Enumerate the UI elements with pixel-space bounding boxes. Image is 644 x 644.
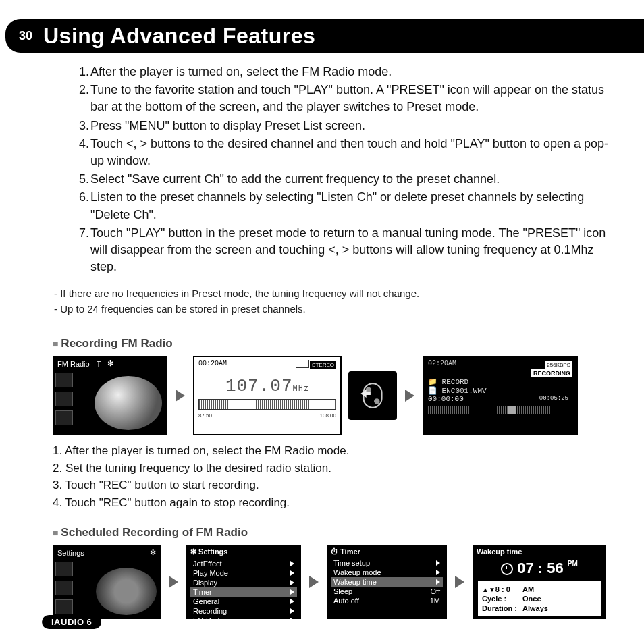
menu-item-label: General	[193, 597, 219, 606]
arrow-icon	[455, 576, 464, 588]
camera-icon	[55, 392, 73, 406]
menu-item-label: Wakeup mode	[333, 568, 381, 576]
headphone-icon	[55, 410, 73, 425]
satellite-dish-illustration	[95, 376, 162, 430]
camera-icon	[55, 581, 73, 595]
wakeup-time-display: 07 : 56 PM	[474, 557, 605, 580]
clock-time: 00:20AM	[198, 360, 227, 367]
chevron-right-icon	[290, 561, 294, 566]
preset-step-text: Touch "PLAY" button in the preset mode t…	[90, 225, 610, 276]
menu-header: Settings	[198, 547, 227, 556]
scale-high: 108.00	[320, 412, 336, 419]
rec-step-text: 4. Touch "REC" button again to stop reco…	[53, 494, 612, 512]
record-elapsed: 00:00:00	[428, 395, 464, 403]
menu-item-label: FM Radio	[193, 616, 225, 624]
menu-item-label: Play Mode	[193, 569, 228, 577]
screenshot-fm-home: FM Radio T ✻	[53, 356, 167, 435]
screenshot-wakeup-time: Wakeup time 07 : 56 PM ▲▼8 : 0AM Cycle :…	[473, 545, 606, 619]
wakeup-settings-box: ▲▼8 : 0AM Cycle :Once Duration :Always	[478, 581, 601, 616]
gear-icon: ✻	[150, 548, 156, 557]
header-bar: 30 Using Advanced Features	[5, 19, 644, 53]
wake-row-key: Duration :	[482, 604, 522, 612]
menu-item-label: Timer	[193, 588, 212, 596]
text-icon: T	[97, 360, 101, 368]
section-recording: Recording FM Radio FM Radio T ✻ 00:20AM	[0, 337, 644, 619]
mic-icon	[55, 562, 73, 576]
page-number: 30	[12, 22, 39, 49]
gear-illustration	[96, 568, 157, 615]
main-content: 1.After the player is turned on, select …	[0, 53, 644, 322]
menu-item-label: Auto off	[333, 597, 359, 605]
recording-steps: 1. After the player is turned on, select…	[53, 442, 612, 511]
preset-step-text: Touch <, > buttons to the desired channe…	[90, 136, 610, 169]
headphone-icon	[55, 599, 73, 614]
timer-icon: ⏱	[331, 547, 338, 556]
menu-item-value: Off	[431, 587, 440, 595]
chevron-right-icon	[436, 579, 440, 585]
chevron-right-icon	[436, 560, 440, 566]
preset-step-text: Select "Save current Ch" to add the curr…	[90, 171, 610, 188]
record-progress	[428, 406, 572, 414]
record-total: 00:05:25	[539, 395, 568, 402]
preset-step-text: Tune to the favorite station and touch "…	[90, 82, 610, 115]
frequency-unit: MHz	[293, 384, 310, 394]
rec-step-text: 1. After the player is turned on, select…	[53, 442, 612, 460]
svg-point-1	[366, 387, 371, 393]
touch-gesture-icon	[348, 371, 397, 420]
page-title: Using Advanced Features	[43, 24, 315, 49]
screenshot-fm-recording: 02:20AM 256KBPS RECORDING 📁 RECORD 📄 ENC…	[423, 356, 578, 435]
record-file: 📄 ENC001.WMV	[428, 386, 572, 395]
frequency-scale	[198, 399, 336, 410]
bitrate-badge: 256KBPS	[545, 361, 572, 369]
frequency-value: 107.07	[225, 376, 293, 396]
section-title-recording: Recording FM Radio	[53, 337, 612, 350]
menu-item-label: Display	[193, 579, 217, 587]
scale-low: 87.50	[198, 412, 212, 419]
arrow-icon	[309, 576, 319, 588]
notes: - If there are no frequencies in Preset …	[47, 281, 610, 322]
arrow-icon	[176, 390, 185, 402]
chevron-right-icon	[290, 580, 294, 585]
gear-icon: ✻	[107, 359, 113, 368]
preset-step-text: Press "MENU" button to display Preset Li…	[90, 117, 610, 134]
svg-point-2	[374, 398, 379, 404]
preset-step-text: Listen to the preset channels by selecti…	[90, 189, 610, 223]
fm-radio-label: FM Radio	[57, 360, 90, 368]
screenshot-timer-menu: ⏱ Timer Time setup Wakeup mode Wakeup ti…	[327, 545, 447, 619]
rec-step-text: 2. Set the tuning frequency to the desir…	[53, 460, 612, 477]
clock-icon	[501, 563, 513, 575]
arrow-icon	[169, 576, 178, 588]
note-line: - If there are no frequencies in Preset …	[54, 286, 603, 302]
mic-icon	[55, 373, 73, 387]
chevron-right-icon	[290, 599, 294, 604]
stereo-badge: STEREO	[310, 361, 336, 369]
wake-row-key: Cycle :	[482, 595, 522, 603]
recording-screenshots: FM Radio T ✻ 00:20AM STEREO 107.07MHz	[53, 356, 612, 435]
screenshot-fm-tuning: 00:20AM STEREO 107.07MHz 87.50 108.00	[193, 356, 342, 435]
record-folder: 📁 RECORD	[428, 377, 572, 386]
rec-step-text: 3. Touch "REC" button to start recording…	[53, 477, 612, 494]
scheduled-screenshots: Settings ✻ ✻ Settings JetEffect Play Mod…	[53, 545, 612, 619]
chevron-right-icon	[290, 608, 294, 614]
wake-row-key: 8 : 0	[495, 585, 510, 593]
screenshot-settings-home: Settings ✻	[53, 545, 161, 619]
settings-label: Settings	[57, 549, 84, 557]
wake-row-val: Once	[522, 595, 541, 603]
menu-header: Wakeup time	[474, 546, 605, 557]
chevron-right-icon	[290, 618, 294, 623]
menu-item-label: Recording	[193, 607, 227, 615]
menu-item-label: Time setup	[333, 559, 370, 567]
footer-product-name: iAUDIO 6	[42, 615, 101, 629]
menu-item-label: Sleep	[333, 587, 352, 595]
wake-row-val: AM	[522, 585, 534, 593]
chevron-right-icon	[290, 570, 294, 576]
preset-step-text: After the player is turned on, select th…	[90, 63, 610, 80]
chevron-right-icon	[436, 570, 440, 575]
menu-item-label: Wakeup time	[333, 578, 377, 586]
battery-icon	[296, 360, 309, 368]
clock-time: 02:20AM	[428, 360, 456, 367]
wake-row-val: Always	[522, 604, 548, 612]
gear-icon: ✻	[190, 547, 196, 556]
menu-item-label: JetEffect	[193, 560, 222, 568]
note-line: - Up to 24 frequencies can be stored in …	[54, 302, 603, 317]
